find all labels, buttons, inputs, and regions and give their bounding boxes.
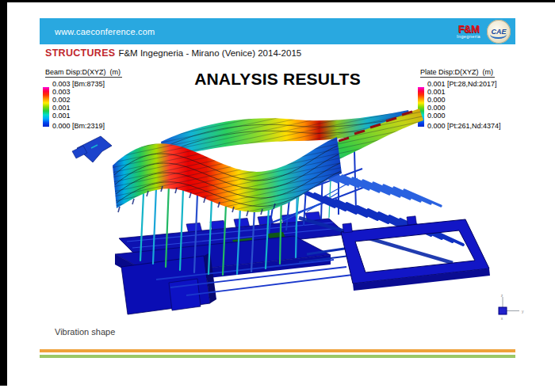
footer-rule-orange	[40, 349, 515, 352]
header-logos: F&M Ingegneria CAE	[457, 18, 511, 44]
project-title: F&M Ingegneria - Mirano (Venice) 2014-20…	[118, 48, 301, 58]
fea-model-visualization	[67, 99, 496, 321]
axes-triad-icon: z y x	[490, 293, 530, 328]
beam-colorbar	[43, 87, 49, 127]
roof-front-band	[113, 137, 342, 212]
plate-legend-entry: 0.001	[427, 88, 545, 96]
detached-left-piece	[72, 136, 112, 162]
plate-legend-title: Plate Disp:D(XYZ) (m)	[420, 68, 495, 78]
left-border	[0, 0, 7, 386]
cae-logo: CAE	[487, 20, 511, 44]
footer-rule-green	[40, 355, 515, 358]
slide-subtitle: STRUCTURESF&M Ingegneria - Mirano (Venic…	[45, 48, 301, 59]
fm-ingegneria-logo: F&M Ingegneria	[457, 24, 480, 40]
beam-legend-title: Beam Disp:D(XYZ) (m)	[45, 68, 122, 78]
conference-url[interactable]: www.caeconference.com	[55, 27, 155, 36]
triad-y-label: y	[522, 309, 524, 314]
top-border	[0, 0, 555, 2]
structures-brand: STRUCTURES	[45, 48, 115, 59]
beam-legend-entry: 0.003 [Bm:8735]	[52, 80, 159, 88]
header-bar: www.caeconference.com F&M Ingegneria CAE	[40, 18, 515, 44]
slide-caption: Vibration shape	[55, 327, 115, 337]
plate-legend-entry: 0.001 [Pt:28,Nd:2017]	[427, 80, 545, 88]
fm-logo-subtext: Ingegneria	[457, 35, 480, 40]
cae-logo-text: CAE	[491, 28, 506, 36]
beam-legend-entry: 0.003	[52, 88, 159, 96]
slide-page: www.caeconference.com F&M Ingegneria CAE…	[0, 0, 555, 392]
triad-x-label: x	[501, 316, 503, 321]
fm-logo-text: F&M	[457, 24, 480, 34]
